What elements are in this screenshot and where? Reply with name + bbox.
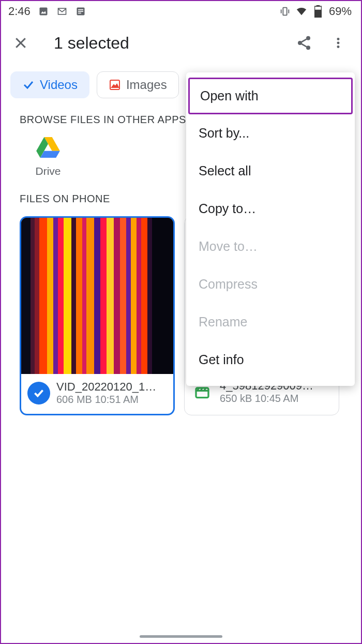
selection-title: 1 selected xyxy=(54,34,129,53)
status-time: 2:46 xyxy=(8,5,31,18)
check-icon xyxy=(22,79,35,91)
more-button[interactable] xyxy=(326,31,351,55)
file-card[interactable]: VID_20220120_1… 606 MB 10:51 AM xyxy=(20,216,175,415)
close-button[interactable] xyxy=(11,34,30,52)
svg-rect-23 xyxy=(110,80,119,89)
app-tile-drive[interactable]: Drive xyxy=(20,137,77,177)
svg-point-16 xyxy=(298,41,302,45)
svg-rect-0 xyxy=(39,8,47,16)
svg-point-15 xyxy=(306,36,310,40)
menu-item-open-with[interactable]: Open with xyxy=(188,78,353,114)
menu-item-select-all[interactable]: Select all xyxy=(186,152,355,190)
status-bar: 2:46 69% xyxy=(1,1,361,22)
svg-rect-5 xyxy=(78,11,83,12)
app-name-drive: Drive xyxy=(35,165,61,177)
vibrate-icon xyxy=(279,6,291,17)
svg-point-22 xyxy=(337,46,340,48)
checkmark-icon xyxy=(27,382,50,405)
svg-line-18 xyxy=(301,39,306,42)
svg-rect-4 xyxy=(78,9,83,10)
chip-videos[interactable]: Videos xyxy=(10,71,89,98)
menu-item-rename: Rename xyxy=(186,303,355,341)
svg-point-21 xyxy=(337,42,340,44)
home-indicator[interactable] xyxy=(140,635,222,638)
file-meta: 650 kB 10:45 AM xyxy=(220,393,313,405)
menu-item-move-to: Move to… xyxy=(186,228,355,265)
news-icon xyxy=(75,6,86,17)
menu-item-get-info[interactable]: Get info xyxy=(186,341,355,379)
drive-icon xyxy=(36,137,60,158)
menu-item-compress: Compress xyxy=(186,265,355,303)
overflow-menu: Open with Sort by... Select all Copy to…… xyxy=(186,72,355,386)
svg-rect-7 xyxy=(283,8,286,16)
svg-point-17 xyxy=(306,46,310,50)
battery-percent: 69% xyxy=(329,5,352,18)
menu-item-sort-by[interactable]: Sort by... xyxy=(186,114,355,152)
wifi-icon xyxy=(296,6,307,17)
file-thumbnail xyxy=(21,218,173,374)
selection-toolbar: 1 selected xyxy=(1,22,361,64)
svg-rect-12 xyxy=(314,10,321,18)
svg-point-20 xyxy=(337,38,340,40)
chip-images[interactable]: Images xyxy=(97,71,179,98)
image-icon xyxy=(38,6,49,17)
menu-item-copy-to[interactable]: Copy to… xyxy=(186,190,355,228)
file-meta: 606 MB 10:51 AM xyxy=(56,394,156,406)
chip-images-label: Images xyxy=(126,78,167,92)
svg-line-19 xyxy=(301,44,306,47)
battery-icon xyxy=(312,6,324,17)
images-icon xyxy=(109,79,121,91)
chip-videos-label: Videos xyxy=(40,78,78,92)
file-name: VID_20220120_1… xyxy=(56,380,156,394)
svg-marker-24 xyxy=(112,84,118,87)
share-button[interactable] xyxy=(292,31,316,55)
gmail-icon xyxy=(56,6,68,17)
svg-rect-6 xyxy=(78,13,81,14)
